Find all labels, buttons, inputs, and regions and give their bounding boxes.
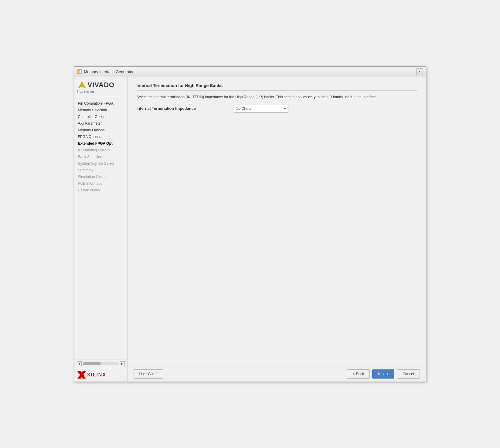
nav-item-simulation-options: Simulation Options bbox=[74, 173, 127, 180]
footer-left: User Guide bbox=[134, 369, 164, 379]
back-button[interactable]: < Back bbox=[347, 369, 370, 379]
nav-item-bank-selection: Bank Selection bbox=[74, 153, 127, 160]
scroll-track[interactable] bbox=[83, 362, 119, 365]
desc-bold: only bbox=[308, 95, 316, 99]
impedance-dropdown[interactable]: 50 Ohms 40 Ohms 60 Ohms High-Z bbox=[234, 105, 288, 113]
nav-item-pin-compatible[interactable]: Pin Compatible FPGA: bbox=[74, 100, 127, 107]
xilinx-text-label: XILINX bbox=[87, 372, 107, 378]
xilinx-logo-area: XILINX bbox=[74, 368, 127, 382]
title-bar-left: M Memory Interface Generator bbox=[77, 69, 134, 74]
description-text: Select the internal termination (IN_TERM… bbox=[137, 94, 417, 100]
footer: User Guide < Back Next > Cancel bbox=[128, 366, 426, 382]
vivado-brand: VIVADO bbox=[77, 81, 115, 89]
field-label-impedance: Internal Termination Impedance bbox=[137, 106, 228, 111]
scroll-right-arrow[interactable]: ▶ bbox=[120, 361, 125, 366]
vivado-leaf-icon bbox=[77, 81, 87, 89]
desc-suffix: to the HR banks used in the interface. bbox=[317, 95, 378, 99]
impedance-dropdown-wrapper: 50 Ohms 40 Ohms 60 Ohms High-Z ▼ bbox=[234, 105, 288, 113]
nav-item-axi-parameter[interactable]: AXI Parameter bbox=[74, 120, 127, 127]
scroll-left-arrow[interactable]: ◀ bbox=[77, 361, 82, 366]
vivado-logo: VIVADO HLx Editions bbox=[77, 81, 124, 93]
field-row-impedance: Internal Termination Impedance 50 Ohms 4… bbox=[137, 105, 417, 113]
nav-item-fpga-options[interactable]: FPGA Options bbox=[74, 133, 127, 140]
main-content: Internal Termination for High Range Bank… bbox=[128, 77, 426, 382]
scroll-thumb bbox=[83, 362, 101, 365]
window-title: Memory Interface Generator bbox=[84, 69, 134, 74]
app-icon: M bbox=[77, 69, 82, 74]
nav-item-controller-options[interactable]: Controller Options bbox=[74, 113, 127, 120]
nav-item-extended-fpga-opt[interactable]: Extended FPGA Opt bbox=[74, 140, 127, 147]
nav-item-system-signals: System Signals Select bbox=[74, 160, 127, 167]
content-area: Internal Termination for High Range Bank… bbox=[128, 77, 426, 366]
nav-item-design-notes: Design Notes bbox=[74, 187, 127, 194]
close-button[interactable]: × bbox=[416, 68, 423, 75]
sidebar-logo: VIVADO HLx Editions bbox=[74, 77, 127, 97]
main-window: M Memory Interface Generator × VIVADO HL… bbox=[74, 66, 426, 382]
footer-right: < Back Next > Cancel bbox=[347, 369, 420, 379]
nav-item-pcb-information: PCB information bbox=[74, 180, 127, 187]
title-bar: M Memory Interface Generator × bbox=[74, 67, 426, 77]
vivado-subtitle: HLx Editions bbox=[77, 90, 94, 93]
vivado-text-label: VIVADO bbox=[88, 82, 115, 88]
sidebar-nav: Pin Compatible FPGA: Memory Selection Co… bbox=[74, 97, 127, 359]
nav-item-memory-options[interactable]: Memory Options bbox=[74, 127, 127, 133]
user-guide-button[interactable]: User Guide bbox=[134, 369, 164, 379]
xilinx-logo: XILINX bbox=[77, 371, 107, 379]
xilinx-x-icon bbox=[77, 371, 86, 379]
sidebar-scrollbar: ◀ ▶ bbox=[74, 359, 127, 368]
sidebar: VIVADO HLx Editions Pin Compatible FPGA:… bbox=[74, 77, 128, 382]
nav-item-summary: Summary bbox=[74, 167, 127, 173]
desc-prefix: Select the internal termination (IN_TERM… bbox=[137, 95, 307, 99]
cancel-button[interactable]: Cancel bbox=[397, 369, 420, 379]
nav-item-io-planning: IO Planning Options bbox=[74, 147, 127, 153]
section-title: Internal Termination for High Range Bank… bbox=[137, 83, 417, 91]
window-body: VIVADO HLx Editions Pin Compatible FPGA:… bbox=[74, 77, 426, 382]
next-button[interactable]: Next > bbox=[372, 369, 394, 379]
nav-item-memory-selection[interactable]: Memory Selection bbox=[74, 107, 127, 113]
